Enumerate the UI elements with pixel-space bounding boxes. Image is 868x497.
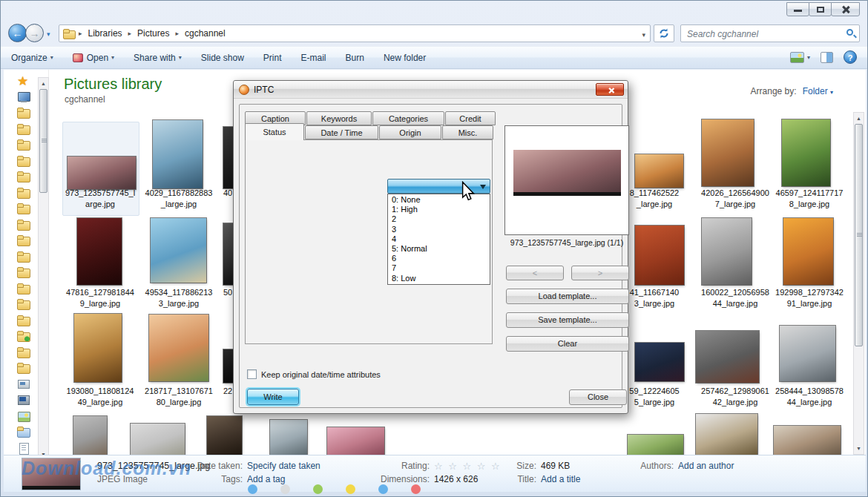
thumbnail-image[interactable] (327, 427, 384, 455)
thumbnail-image[interactable] (635, 226, 684, 285)
folder-icon[interactable] (17, 251, 30, 263)
scrollbar-thumb[interactable] (855, 124, 863, 346)
thumbnail-image[interactable] (780, 326, 835, 381)
thumbnail-filename[interactable]: 257462_12989061 42_large.jpg (694, 386, 777, 407)
priority-option[interactable]: 5: Normal (388, 244, 490, 254)
maximize-button[interactable] (809, 2, 832, 16)
authors-value[interactable]: Add an author (678, 461, 734, 471)
thumbnail-image[interactable] (774, 426, 841, 455)
address-dropdown-icon[interactable]: ▾ (642, 31, 645, 39)
rating-stars[interactable]: ☆ ☆ ☆ ☆ ☆ (434, 461, 502, 472)
tab-credit[interactable]: Credit (445, 111, 496, 125)
thumbnail-filename[interactable]: 192998_12797342 91_large.jpg (768, 287, 851, 309)
folder-icon[interactable] (17, 155, 30, 168)
arrange-by-value[interactable]: Folder (803, 86, 828, 96)
network-icon[interactable] (17, 378, 30, 391)
search-icon[interactable] (846, 29, 853, 36)
doc-icon[interactable] (17, 442, 30, 455)
chevron-down-icon[interactable]: ▾ (830, 89, 833, 96)
dialog-titlebar[interactable]: IPTC (234, 81, 628, 99)
thumbnail-filename[interactable]: 42026_126564900 7_large.jpg (694, 188, 777, 209)
folder-icon[interactable] (17, 123, 30, 136)
thumbnail-filename[interactable]: 46597_124117717 8_large.jpg (768, 188, 851, 209)
previous-image-button[interactable]: < (506, 266, 564, 280)
thumbnail-image[interactable] (702, 218, 752, 285)
toolbar-button-new-folder[interactable]: New folder (384, 53, 426, 63)
folder-icon[interactable] (17, 107, 30, 119)
picture-icon[interactable] (17, 410, 30, 423)
tab-status[interactable]: Status (245, 123, 304, 140)
thumbnail-image[interactable] (207, 416, 242, 455)
close-window-button[interactable] (831, 2, 860, 16)
next-image-button[interactable]: > (571, 266, 629, 280)
search-input[interactable] (687, 27, 835, 40)
priority-option[interactable]: 0: None (388, 195, 490, 205)
folder-icon[interactable] (17, 187, 30, 200)
priority-combobox[interactable] (387, 179, 490, 194)
thumbnail-image[interactable] (73, 416, 107, 455)
thumbnail-image[interactable] (782, 119, 830, 186)
thumbnail-image[interactable] (270, 420, 307, 455)
tab-keywords[interactable]: Keywords (306, 111, 372, 125)
load-template-button[interactable]: Load template... (506, 289, 629, 304)
thumbnail-image[interactable] (223, 223, 234, 285)
date-taken-value[interactable]: Specify date taken (247, 461, 320, 471)
thumbnail-image[interactable] (783, 218, 833, 285)
dialog-close-action-button[interactable]: Close (569, 389, 627, 405)
thumbnail-image[interactable] (149, 315, 208, 381)
folder-icon[interactable] (17, 315, 30, 327)
folder-icon[interactable] (17, 203, 30, 215)
breadcrumb-item[interactable]: Libraries (84, 28, 127, 39)
toolbar-button-organize[interactable]: Organize▾ (11, 53, 53, 63)
toolbar-button-print[interactable]: Print (263, 53, 282, 63)
priority-option[interactable]: 3 (388, 225, 490, 234)
thumbnail-filename[interactable]: 258444_13098578 44_large.jpg (768, 386, 851, 407)
content-scrollbar[interactable]: ▲ ▼ (853, 112, 864, 455)
priority-option[interactable]: 8: Low (388, 274, 490, 283)
thumbnail-image[interactable] (702, 119, 754, 186)
back-button[interactable]: ← (8, 24, 27, 42)
dialog-close-button[interactable] (596, 83, 624, 96)
folder-icon[interactable] (17, 234, 30, 247)
folder-icon[interactable] (17, 219, 30, 231)
clear-button[interactable]: Clear (506, 336, 629, 352)
minimize-button[interactable] (786, 2, 809, 16)
folder-icon[interactable] (17, 298, 30, 311)
thumbnail-filename[interactable]: 193080_11808124 49_large.jpg (59, 386, 142, 407)
keep-datetime-checkbox[interactable] (247, 369, 257, 379)
scroll-up-icon[interactable]: ▲ (854, 113, 864, 124)
toolbar-button-slide-show[interactable]: Slide show (201, 53, 244, 63)
display-icon[interactable] (17, 91, 30, 104)
star-icon[interactable] (17, 75, 30, 88)
thumbnail-image[interactable] (131, 424, 185, 455)
title-value[interactable]: Add a title (541, 474, 580, 484)
address-bar[interactable]: ▸Libraries▸Pictures▸cgchannel ▾ (59, 24, 651, 42)
thumbnail-image[interactable] (68, 157, 136, 189)
thumbnail-image[interactable] (696, 331, 759, 383)
thumbnail-filename[interactable]: 160022_12056958 44_large.jpg (694, 287, 777, 309)
folder-icon[interactable] (17, 283, 30, 295)
write-button[interactable]: Write (247, 389, 299, 405)
thumbnail-image[interactable] (635, 343, 684, 381)
priority-option[interactable]: 4 (388, 234, 490, 244)
scroll-up-icon[interactable]: ▲ (39, 78, 48, 89)
folder-icon[interactable] (17, 362, 30, 375)
thumbnail-image[interactable] (151, 218, 206, 283)
folder-icon[interactable] (17, 346, 30, 359)
breadcrumb-item[interactable]: Pictures (133, 28, 174, 39)
thumbnail-image[interactable] (696, 414, 757, 455)
tab-misc-[interactable]: Misc. (442, 125, 493, 139)
history-dropdown-icon[interactable]: ▾ (47, 30, 50, 38)
tab-categories[interactable]: Categories (372, 111, 444, 125)
forward-button[interactable]: → (25, 24, 44, 42)
folder-icon[interactable] (17, 266, 30, 279)
save-template-button[interactable]: Save template... (506, 312, 629, 328)
computer-icon[interactable] (17, 394, 30, 407)
toolbar-button-burn[interactable]: Burn (346, 53, 364, 63)
tab-origin[interactable]: Origin (379, 125, 441, 139)
help-button[interactable]: ? (844, 50, 857, 64)
thumbnail-filename[interactable]: 973_1235757745_l arge.jpg (59, 188, 142, 209)
toolbar-button-e-mail[interactable]: E-mail (301, 53, 326, 63)
toolbar-button-open[interactable]: Open▾ (73, 53, 114, 63)
priority-option[interactable]: 7 (388, 263, 490, 273)
